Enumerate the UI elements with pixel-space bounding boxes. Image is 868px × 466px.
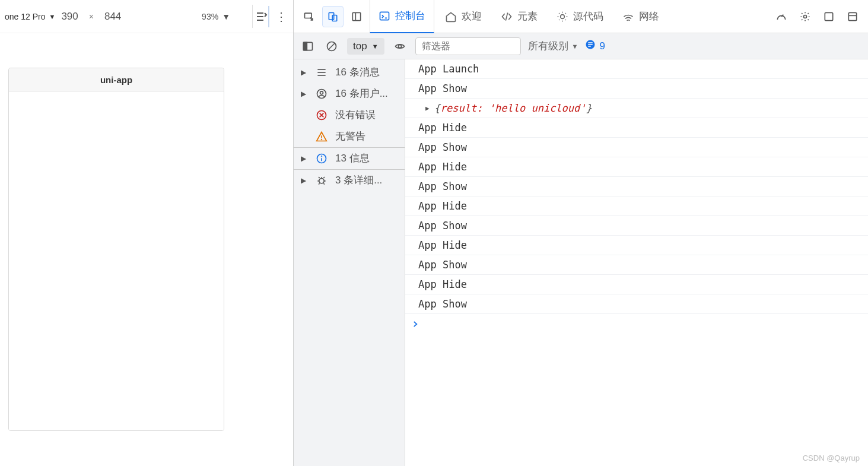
more-icon[interactable] [842,6,863,27]
zoom-value: 93% [202,12,218,21]
log-line[interactable]: App Show [405,255,868,275]
issue-icon [585,39,596,53]
svg-point-32 [322,156,322,156]
tab-label: 控制台 [395,9,425,23]
device-height[interactable]: 844 [104,11,121,23]
sidebar-item-info[interactable]: ▶ 13 信息 [294,147,405,169]
device-toggle-icon[interactable] [322,6,344,27]
triangle-right-icon: ▶ [301,68,308,77]
dock-icon[interactable] [346,6,367,27]
tab-elements[interactable]: 元素 [492,0,546,33]
app-title: uni-app [100,75,132,85]
triangle-right-icon: ▶ [301,90,308,98]
svg-point-15 [398,45,401,47]
svg-rect-2 [332,15,337,21]
settings-icon[interactable] [794,6,816,27]
error-icon [315,109,328,121]
triangle-right-icon: ▶ [301,176,308,185]
log-line[interactable]: App Hide [405,275,868,294]
caret-down-icon: ▼ [572,43,578,50]
sidebar-item-label: 13 信息 [335,151,400,165]
tab-label: 元素 [517,9,538,23]
caret-down-icon: ▼ [372,43,379,50]
sidebar-item-verbose[interactable]: ▶ 3 条详细... [294,169,405,191]
watermark: CSDN @Qayrup [803,454,860,462]
sidebar-item-warnings[interactable]: 无警告 [294,126,405,147]
sidebar-item-label: 16 条消息 [335,65,400,79]
log-object: {result: 'hello unicloud'} [434,102,592,114]
log-line[interactable]: App Hide [405,118,868,138]
user-icon [315,88,328,100]
log-line[interactable]: App Show [405,138,868,157]
warning-icon [315,131,328,142]
context-label: top [353,40,367,52]
rotate-icon[interactable] [254,9,268,24]
list-icon [315,66,328,78]
svg-rect-12 [304,42,307,50]
tab-console[interactable]: 控制台 [370,0,434,33]
triangle-right-icon: ▶ [301,154,308,163]
tab-sources[interactable]: 源代码 [548,0,612,33]
log-line[interactable]: App Hide [405,236,868,255]
issue-count: 9 [599,40,605,52]
log-line[interactable]: ▶{result: 'hello unicloud'} [405,99,868,118]
clear-console-icon[interactable] [323,38,340,55]
log-line[interactable]: App Hide [405,157,868,177]
kebab-menu-icon[interactable]: ⋮ [274,9,288,24]
console-log-area[interactable]: App LaunchApp Show▶{result: 'hello unicl… [405,59,868,466]
sidebar-item-messages[interactable]: ▶ 16 条消息 [294,62,405,83]
live-expression-icon[interactable] [392,38,408,55]
console-sidebar: ▶ 16 条消息 ▶ 16 条用户... [294,59,405,466]
performance-icon[interactable] [771,6,792,27]
info-icon [315,153,328,164]
preview-canvas: uni-app [0,33,293,466]
toggle-sidebar-icon[interactable] [300,38,316,55]
app-body[interactable] [9,92,224,430]
sidebar-item-errors[interactable]: 没有错误 [294,104,405,126]
sidebar-item-label: 无警告 [335,129,400,143]
svg-rect-17 [589,44,593,45]
tab-label: 欢迎 [462,9,482,23]
bug-icon [315,175,328,186]
context-selector[interactable]: top ▼ [347,38,384,55]
device-name: one 12 Pro [5,12,46,21]
svg-rect-3 [352,12,360,20]
device-width[interactable]: 390 [61,11,78,23]
sidebar-item-label: 3 条详细... [335,173,400,187]
zoom-selector[interactable]: 93% ▼ [202,12,230,21]
svg-rect-5 [380,12,389,20]
log-line[interactable]: App Hide [405,196,868,216]
caret-down-icon: ▼ [222,12,230,21]
console-prompt[interactable] [405,314,868,335]
console-body: ▶ 16 条消息 ▶ 16 条用户... [294,59,868,466]
tab-welcome[interactable]: 欢迎 [437,0,490,33]
tab-label: 网络 [639,9,659,23]
triangle-right-icon[interactable]: ▶ [425,104,430,112]
svg-rect-9 [848,12,856,20]
filter-input[interactable] [415,37,521,55]
svg-point-29 [322,139,322,140]
svg-point-33 [319,178,324,183]
log-level-selector[interactable]: 所有级别 ▼ [528,39,578,53]
device-selector[interactable]: one 12 Pro ▼ [5,12,55,21]
log-line[interactable]: App Show [405,294,868,314]
log-line[interactable]: App Show [405,216,868,236]
issues-badge[interactable]: 9 [585,39,605,53]
svg-line-14 [329,43,335,49]
panel-icon[interactable] [818,6,840,27]
log-level-label: 所有级别 [528,39,568,53]
dimension-separator: × [89,12,94,21]
log-line[interactable]: App Launch [405,59,868,79]
devtools-pane: 控制台 欢迎 元素 源代码 网络 [294,0,868,466]
sidebar-item-user[interactable]: ▶ 16 条用户... [294,83,405,104]
sidebar-item-label: 16 条用户... [335,87,400,100]
tab-network[interactable]: 网络 [614,0,667,33]
svg-rect-19 [589,42,593,43]
svg-point-24 [320,91,323,94]
log-line[interactable]: App Show [405,79,868,99]
inspect-icon[interactable] [298,6,320,27]
devtools-tabstrip: 控制台 欢迎 元素 源代码 网络 [294,0,868,33]
device-toolbar: one 12 Pro ▼ 390 × 844 93% ▼ ⋮ [0,0,293,33]
tab-label: 源代码 [573,9,603,23]
log-line[interactable]: App Show [405,177,868,196]
